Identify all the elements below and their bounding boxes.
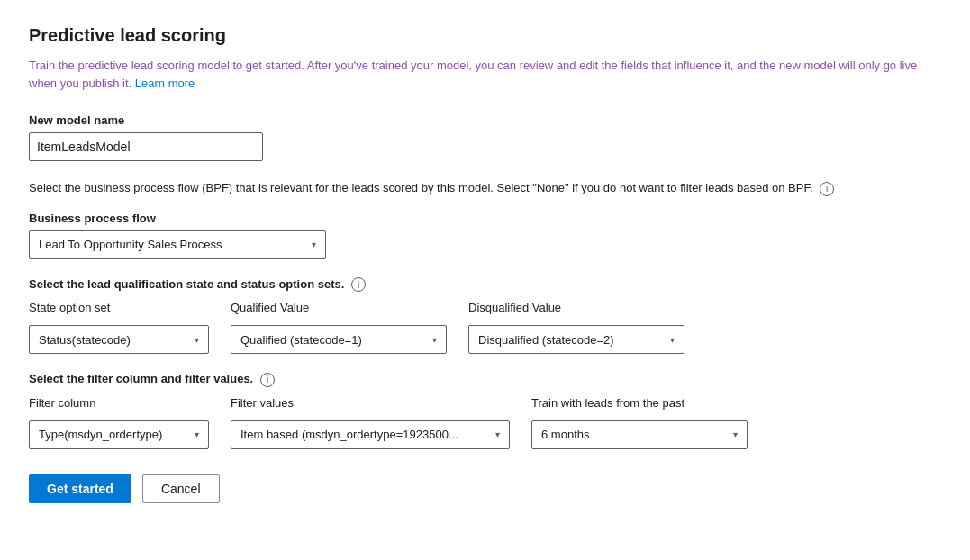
train-chevron-icon: ▾ — [733, 429, 738, 439]
lead-qual-section: Select the lead qualification state and … — [29, 277, 941, 355]
filter-column-value: Type(msdyn_ordertype) — [39, 428, 162, 441]
learn-more-link[interactable]: Learn more — [135, 77, 195, 90]
bpf-info-text: Select the business process flow (BPF) t… — [29, 179, 941, 197]
filter-col-chevron-icon: ▾ — [195, 429, 199, 439]
disqualified-dropdown[interactable]: Disqualified (statecode=2) ▾ — [468, 325, 684, 354]
filter-column-group: Filter column Type(msdyn_ordertype) ▾ — [29, 396, 209, 449]
train-dropdown[interactable]: 6 months ▾ — [531, 420, 748, 449]
train-value: 6 months — [541, 428, 589, 441]
bpf-section: Business process flow Lead To Opportunit… — [29, 212, 941, 259]
state-option-value: Status(statecode) — [39, 333, 131, 347]
description-text: Train the predictive lead scoring model … — [29, 57, 941, 92]
bpf-info-icon: i — [820, 182, 834, 196]
filter-values-value: Item based (msdyn_ordertype=1923500... — [240, 428, 458, 441]
state-chevron-icon: ▾ — [195, 335, 199, 345]
cancel-button[interactable]: Cancel — [142, 474, 220, 503]
train-label: Train with leads from the past — [531, 396, 748, 410]
filter-values-dropdown[interactable]: Item based (msdyn_ordertype=1923500... ▾ — [231, 420, 510, 449]
filter-dropdowns: Filter column Type(msdyn_ordertype) ▾ Fi… — [29, 396, 941, 449]
filter-val-chevron-icon: ▾ — [495, 429, 500, 439]
lead-qual-heading: Select the lead qualification state and … — [29, 277, 941, 293]
filter-column-dropdown[interactable]: Type(msdyn_ordertype) ▾ — [29, 420, 209, 449]
bpf-label: Business process flow — [29, 212, 941, 225]
qualified-label: Qualified Value — [231, 301, 447, 314]
qualified-group: Qualified Value Qualified (statecode=1) … — [231, 301, 447, 354]
disqualified-chevron-icon: ▾ — [670, 335, 675, 345]
page-title: Predictive lead scoring — [29, 25, 941, 46]
train-group: Train with leads from the past 6 months … — [531, 396, 748, 449]
filter-heading: Select the filter column and filter valu… — [29, 372, 941, 387]
disqualified-value: Disqualified (statecode=2) — [478, 333, 614, 347]
qualified-dropdown[interactable]: Qualified (statecode=1) ▾ — [231, 325, 447, 354]
filter-section: Select the filter column and filter valu… — [29, 372, 941, 449]
filter-values-label: Filter values — [231, 396, 510, 410]
lead-qual-dropdowns: State option set Status(statecode) ▾ Qua… — [29, 301, 941, 354]
page-container: Predictive lead scoring Train the predic… — [0, 0, 970, 560]
action-buttons: Get started Cancel — [29, 474, 941, 503]
get-started-button[interactable]: Get started — [29, 474, 131, 503]
filter-column-label: Filter column — [29, 396, 209, 410]
filter-info-icon: i — [260, 373, 275, 387]
qualified-chevron-icon: ▾ — [432, 335, 437, 345]
disqualified-label: Disqualified Value — [468, 301, 684, 314]
state-option-group: State option set Status(statecode) ▾ — [29, 301, 209, 354]
disqualified-group: Disqualified Value Disqualified (stateco… — [468, 301, 684, 354]
model-name-section: New model name — [29, 113, 941, 161]
bpf-dropdown[interactable]: Lead To Opportunity Sales Process ▾ — [29, 230, 326, 259]
filter-values-group: Filter values Item based (msdyn_ordertyp… — [231, 396, 510, 449]
model-name-label: New model name — [29, 113, 941, 127]
model-name-input[interactable] — [29, 132, 263, 161]
state-option-dropdown[interactable]: Status(statecode) ▾ — [29, 325, 209, 354]
state-option-label: State option set — [29, 301, 209, 314]
bpf-chevron-icon: ▾ — [312, 239, 316, 249]
bpf-dropdown-value: Lead To Opportunity Sales Process — [39, 238, 222, 251]
qualified-value: Qualified (statecode=1) — [240, 333, 362, 347]
lead-qual-info-icon: i — [351, 277, 366, 292]
